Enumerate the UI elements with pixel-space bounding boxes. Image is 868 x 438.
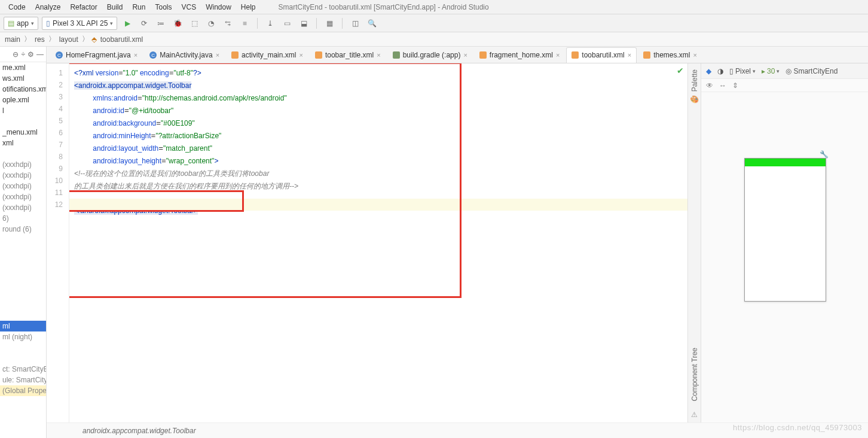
editor-tab[interactable]: CMainActivity.java× (144, 47, 225, 63)
close-icon[interactable]: × (556, 51, 560, 59)
tree-item[interactable]: 6) (0, 213, 46, 224)
design-surface-btn[interactable]: ◆ (706, 67, 711, 75)
breadcrumb-item[interactable]: res (33, 35, 46, 44)
sync-button[interactable]: ⤓ (264, 17, 277, 30)
breadcrumb-item[interactable]: layout (58, 35, 80, 44)
tree-item[interactable]: l (0, 105, 46, 116)
tree-item[interactable]: (Global Prope (0, 385, 46, 396)
close-icon[interactable]: × (693, 51, 697, 59)
theme-select[interactable]: ◎ SmartCityEnd (786, 67, 838, 75)
menu-refactor[interactable]: Refactor (65, 2, 102, 13)
inspection-ok-icon[interactable]: ✔ (677, 66, 684, 75)
tree-item[interactable] (0, 245, 46, 256)
tree-item[interactable]: (xxxhdpi) (0, 181, 46, 191)
tree-item[interactable] (0, 299, 46, 310)
sdk-button[interactable]: ⬓ (297, 17, 310, 30)
debug-button[interactable]: 🐞 (171, 17, 184, 30)
device-frame[interactable] (744, 158, 826, 302)
close-icon[interactable]: × (628, 51, 631, 59)
attach-debugger-button[interactable]: ⥃ (221, 17, 234, 30)
menu-tools[interactable]: Tools (150, 2, 176, 13)
tree-item[interactable]: (xxxhdpi) (0, 191, 46, 202)
tree-item[interactable] (0, 353, 46, 364)
stop-process-button[interactable]: ■ (238, 17, 251, 30)
app-root: Code Analyze Refactor Build Run Tools VC… (0, 0, 868, 438)
warning-icon[interactable]: ⚠ (691, 407, 698, 422)
code-area[interactable]: ✔ <?xml version="1.0" encoding="utf-8"?>… (69, 63, 687, 422)
tree-item[interactable] (0, 278, 46, 288)
tab-label: toobar_title.xml (325, 51, 374, 59)
tree-item[interactable]: (xxxhdpi) (0, 170, 46, 181)
menu-analyze[interactable]: Analyze (30, 2, 66, 13)
zoom-icon[interactable]: ⇕ (732, 81, 738, 90)
tree-item[interactable]: otifications.xml (0, 84, 46, 95)
project-tree[interactable]: ⊖ ÷ ⚙ — me.xmlws.xmlotifications.xmlople… (0, 47, 47, 438)
palette-tab[interactable]: 🎨 Palette (690, 63, 699, 110)
orientation-btn[interactable]: ◑ (717, 67, 723, 75)
menu-build[interactable]: Build (102, 2, 128, 13)
filter-icon[interactable]: ⊖ (13, 50, 19, 59)
editor-tab[interactable]: CHomeFragment.java× (50, 47, 143, 63)
tree-item[interactable]: ml (night) (0, 331, 46, 342)
menu-vcs[interactable]: VCS (176, 2, 201, 13)
tree-item[interactable] (0, 267, 46, 278)
menu-run[interactable]: Run (127, 2, 150, 13)
source-code[interactable]: <?xml version="1.0" encoding="utf-8"?> <… (69, 63, 687, 221)
device-combo[interactable]: ▯ Pixel 3 XL API 25 ▾ (42, 17, 117, 30)
avd-button[interactable]: ▭ (280, 17, 294, 30)
tree-item[interactable]: me.xml (0, 62, 46, 73)
wrench-icon[interactable]: 🔧 (820, 150, 829, 159)
run-config-combo[interactable]: ▤ app ▾ (4, 17, 38, 30)
pan-icon[interactable]: ↔ (719, 81, 726, 90)
run-button[interactable]: ▶ (121, 17, 134, 30)
hide-icon[interactable]: — (36, 50, 44, 59)
profile-button[interactable]: ◔ (204, 17, 218, 30)
tree-item[interactable]: ople.xml (0, 95, 46, 105)
gear-icon[interactable]: ⚙ (27, 50, 34, 59)
tree-item[interactable]: ule: SmartCity (0, 375, 46, 385)
tree-item[interactable] (0, 342, 46, 353)
close-icon[interactable]: × (134, 51, 137, 59)
visibility-icon[interactable]: 👁 (706, 81, 713, 90)
tree-item[interactable]: round (6) (0, 224, 46, 235)
close-icon[interactable]: × (377, 51, 380, 59)
coverage-button[interactable]: ⬚ (188, 17, 201, 30)
device-select[interactable]: ▯ Pixel ▾ (729, 67, 756, 75)
breadcrumb-item[interactable]: toobarutil.xml (99, 35, 144, 44)
tree-item[interactable] (0, 256, 46, 267)
tree-item[interactable]: ml (0, 321, 46, 331)
editor-tab[interactable]: build.gradle (:app)× (387, 47, 473, 63)
editor-tab[interactable]: fragment_home.xml× (474, 47, 565, 63)
editor-tab[interactable]: activity_main.xml× (226, 47, 308, 63)
breadcrumb-item[interactable]: main (4, 35, 22, 44)
structure-button[interactable]: ▦ (323, 17, 336, 30)
tree-item[interactable]: xml (0, 138, 46, 148)
tree-item[interactable]: (xxxhdpi) (0, 202, 46, 213)
tree-item[interactable] (0, 116, 46, 127)
tree-item[interactable]: ct: SmartCityE (0, 364, 46, 375)
editor-tab[interactable]: themes.xml× (638, 47, 702, 63)
close-icon[interactable]: × (216, 51, 219, 59)
menu-code[interactable]: Code (4, 2, 30, 13)
layout-button[interactable]: ◫ (349, 17, 362, 30)
preview-canvas[interactable]: 🔧 (701, 92, 868, 422)
tree-item[interactable] (0, 310, 46, 321)
tree-item[interactable]: (xxxhdpi) (0, 159, 46, 170)
stop-button[interactable]: ≔ (154, 17, 167, 30)
menu-window[interactable]: Window (201, 2, 236, 13)
menu-help[interactable]: Help (236, 2, 261, 13)
apply-changes-button[interactable]: ⟳ (137, 17, 151, 30)
component-tree-tab[interactable]: Component Tree (690, 342, 699, 407)
search-button[interactable]: 🔍 (365, 17, 378, 30)
tree-item[interactable] (0, 148, 46, 159)
tree-item[interactable] (0, 235, 46, 245)
close-icon[interactable]: × (463, 51, 467, 59)
tree-item[interactable] (0, 288, 46, 299)
editor-tab[interactable]: toobarutil.xml× (566, 47, 637, 63)
tree-item[interactable]: ws.xml (0, 73, 46, 84)
collapse-icon[interactable]: ÷ (21, 50, 25, 59)
tree-item[interactable]: _menu.xml (0, 127, 46, 138)
editor-tab[interactable]: toobar_title.xml× (310, 47, 386, 63)
api-select[interactable]: ▸ 30 ▾ (762, 67, 780, 75)
close-icon[interactable]: × (299, 51, 302, 59)
